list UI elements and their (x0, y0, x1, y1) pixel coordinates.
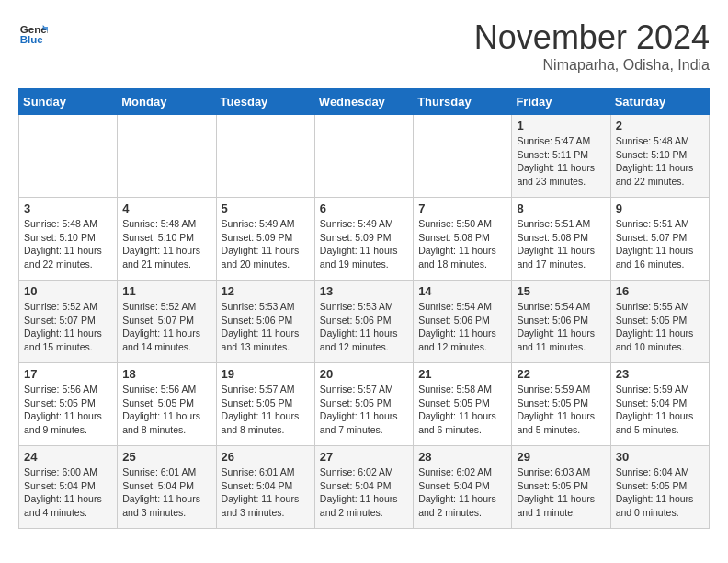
day-number: 22 (517, 367, 605, 381)
calendar-cell (19, 115, 118, 198)
cell-sunrise-info: Sunrise: 5:47 AM Sunset: 5:11 PM Dayligh… (517, 134, 605, 189)
calendar-cell: 27Sunrise: 6:02 AM Sunset: 5:04 PM Dayli… (314, 446, 413, 529)
cell-sunrise-info: Sunrise: 5:57 AM Sunset: 5:05 PM Dayligh… (222, 383, 310, 437)
day-number: 7 (418, 201, 506, 215)
calendar-cell: 10Sunrise: 5:52 AM Sunset: 5:07 PM Dayli… (19, 281, 118, 363)
cell-sunrise-info: Sunrise: 6:02 AM Sunset: 5:04 PM Dayligh… (418, 465, 506, 520)
calendar-cell: 3Sunrise: 5:48 AM Sunset: 5:10 PM Daylig… (19, 198, 118, 281)
calendar-cell: 2Sunrise: 5:48 AM Sunset: 5:10 PM Daylig… (610, 115, 709, 198)
calendar-cell: 6Sunrise: 5:49 AM Sunset: 5:09 PM Daylig… (314, 198, 413, 281)
calendar-cell: 16Sunrise: 5:55 AM Sunset: 5:05 PM Dayli… (610, 281, 709, 363)
cell-sunrise-info: Sunrise: 5:56 AM Sunset: 5:05 PM Dayligh… (24, 383, 112, 437)
day-number: 3 (24, 201, 112, 215)
day-number: 24 (24, 450, 112, 464)
calendar-cell (414, 115, 512, 198)
cell-sunrise-info: Sunrise: 5:54 AM Sunset: 5:06 PM Dayligh… (418, 300, 506, 354)
calendar-cell: 21Sunrise: 5:58 AM Sunset: 5:05 PM Dayli… (414, 363, 512, 446)
weekday-header: Tuesday (216, 89, 314, 115)
day-number: 27 (320, 450, 408, 464)
calendar-cell: 20Sunrise: 5:57 AM Sunset: 5:05 PM Dayli… (314, 363, 413, 446)
logo: General Blue (18, 18, 48, 48)
day-number: 4 (122, 201, 210, 215)
day-number: 26 (222, 450, 310, 464)
cell-sunrise-info: Sunrise: 6:01 AM Sunset: 5:04 PM Dayligh… (122, 465, 210, 520)
calendar-cell: 1Sunrise: 5:47 AM Sunset: 5:11 PM Daylig… (512, 115, 610, 198)
location: Nimaparha, Odisha, India (474, 57, 710, 74)
cell-sunrise-info: Sunrise: 6:02 AM Sunset: 5:04 PM Dayligh… (320, 465, 408, 520)
cell-sunrise-info: Sunrise: 6:01 AM Sunset: 5:04 PM Dayligh… (222, 465, 310, 520)
calendar-cell: 4Sunrise: 5:48 AM Sunset: 5:10 PM Daylig… (118, 198, 216, 281)
calendar-cell: 18Sunrise: 5:56 AM Sunset: 5:05 PM Dayli… (118, 363, 216, 446)
day-number: 25 (122, 450, 210, 464)
day-number: 5 (222, 201, 310, 215)
calendar-body: 1Sunrise: 5:47 AM Sunset: 5:11 PM Daylig… (19, 115, 710, 529)
calendar-cell: 14Sunrise: 5:54 AM Sunset: 5:06 PM Dayli… (414, 281, 512, 363)
calendar-cell: 22Sunrise: 5:59 AM Sunset: 5:05 PM Dayli… (512, 363, 610, 446)
weekday-header: Sunday (19, 89, 118, 115)
day-number: 21 (418, 367, 506, 381)
cell-sunrise-info: Sunrise: 5:48 AM Sunset: 5:10 PM Dayligh… (616, 134, 704, 189)
weekday-header: Monday (118, 89, 216, 115)
calendar-cell: 28Sunrise: 6:02 AM Sunset: 5:04 PM Dayli… (414, 446, 512, 529)
day-number: 20 (320, 367, 408, 381)
weekday-header: Wednesday (314, 89, 413, 115)
calendar-cell: 24Sunrise: 6:00 AM Sunset: 5:04 PM Dayli… (19, 446, 118, 529)
cell-sunrise-info: Sunrise: 5:53 AM Sunset: 5:06 PM Dayligh… (222, 300, 310, 354)
calendar-cell: 29Sunrise: 6:03 AM Sunset: 5:05 PM Dayli… (512, 446, 610, 529)
calendar-cell: 8Sunrise: 5:51 AM Sunset: 5:08 PM Daylig… (512, 198, 610, 281)
day-number: 23 (616, 367, 704, 381)
calendar-week-row: 24Sunrise: 6:00 AM Sunset: 5:04 PM Dayli… (19, 446, 710, 529)
calendar-cell: 25Sunrise: 6:01 AM Sunset: 5:04 PM Dayli… (118, 446, 216, 529)
cell-sunrise-info: Sunrise: 5:51 AM Sunset: 5:07 PM Dayligh… (616, 217, 704, 271)
day-number: 9 (616, 201, 704, 215)
cell-sunrise-info: Sunrise: 5:54 AM Sunset: 5:06 PM Dayligh… (517, 300, 605, 354)
day-number: 16 (616, 284, 704, 298)
calendar-cell (314, 115, 413, 198)
calendar-week-row: 10Sunrise: 5:52 AM Sunset: 5:07 PM Dayli… (19, 281, 710, 363)
day-number: 29 (517, 450, 605, 464)
page-header: General Blue November 2024 Nimaparha, Od… (18, 18, 710, 74)
calendar-cell: 15Sunrise: 5:54 AM Sunset: 5:06 PM Dayli… (512, 281, 610, 363)
day-number: 14 (418, 284, 506, 298)
calendar-table: SundayMondayTuesdayWednesdayThursdayFrid… (18, 88, 710, 529)
day-number: 15 (517, 284, 605, 298)
cell-sunrise-info: Sunrise: 5:55 AM Sunset: 5:05 PM Dayligh… (616, 300, 704, 354)
calendar-week-row: 1Sunrise: 5:47 AM Sunset: 5:11 PM Daylig… (19, 115, 710, 198)
cell-sunrise-info: Sunrise: 5:56 AM Sunset: 5:05 PM Dayligh… (122, 383, 210, 437)
day-number: 6 (320, 201, 408, 215)
weekday-header: Thursday (414, 89, 512, 115)
day-number: 19 (222, 367, 310, 381)
weekday-header: Friday (512, 89, 610, 115)
cell-sunrise-info: Sunrise: 5:49 AM Sunset: 5:09 PM Dayligh… (222, 217, 310, 271)
cell-sunrise-info: Sunrise: 5:52 AM Sunset: 5:07 PM Dayligh… (24, 300, 112, 354)
month-title: November 2024 (474, 18, 710, 57)
logo-icon: General Blue (18, 18, 48, 48)
calendar-week-row: 3Sunrise: 5:48 AM Sunset: 5:10 PM Daylig… (19, 198, 710, 281)
day-number: 18 (122, 367, 210, 381)
day-number: 28 (418, 450, 506, 464)
calendar-cell: 23Sunrise: 5:59 AM Sunset: 5:04 PM Dayli… (610, 363, 709, 446)
cell-sunrise-info: Sunrise: 5:53 AM Sunset: 5:06 PM Dayligh… (320, 300, 408, 354)
day-number: 10 (24, 284, 112, 298)
calendar-cell: 5Sunrise: 5:49 AM Sunset: 5:09 PM Daylig… (216, 198, 314, 281)
cell-sunrise-info: Sunrise: 5:59 AM Sunset: 5:05 PM Dayligh… (517, 383, 605, 437)
day-number: 17 (24, 367, 112, 381)
cell-sunrise-info: Sunrise: 6:04 AM Sunset: 5:05 PM Dayligh… (616, 465, 704, 520)
calendar-cell: 13Sunrise: 5:53 AM Sunset: 5:06 PM Dayli… (314, 281, 413, 363)
calendar-cell (118, 115, 216, 198)
calendar-cell (216, 115, 314, 198)
day-number: 30 (616, 450, 704, 464)
weekday-header: Saturday (610, 89, 709, 115)
calendar-cell: 7Sunrise: 5:50 AM Sunset: 5:08 PM Daylig… (414, 198, 512, 281)
cell-sunrise-info: Sunrise: 5:59 AM Sunset: 5:04 PM Dayligh… (616, 383, 704, 437)
calendar-cell: 9Sunrise: 5:51 AM Sunset: 5:07 PM Daylig… (610, 198, 709, 281)
calendar-week-row: 17Sunrise: 5:56 AM Sunset: 5:05 PM Dayli… (19, 363, 710, 446)
calendar-cell: 17Sunrise: 5:56 AM Sunset: 5:05 PM Dayli… (19, 363, 118, 446)
cell-sunrise-info: Sunrise: 5:48 AM Sunset: 5:10 PM Dayligh… (24, 217, 112, 271)
day-number: 8 (517, 201, 605, 215)
day-number: 1 (517, 119, 605, 132)
cell-sunrise-info: Sunrise: 6:03 AM Sunset: 5:05 PM Dayligh… (517, 465, 605, 520)
weekday-row: SundayMondayTuesdayWednesdayThursdayFrid… (19, 89, 710, 115)
cell-sunrise-info: Sunrise: 5:58 AM Sunset: 5:05 PM Dayligh… (418, 383, 506, 437)
cell-sunrise-info: Sunrise: 5:48 AM Sunset: 5:10 PM Dayligh… (122, 217, 210, 271)
